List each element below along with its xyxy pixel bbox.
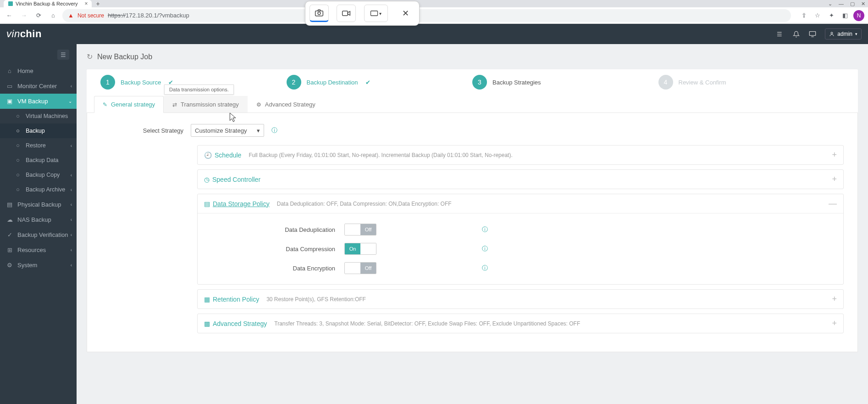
expand-icon[interactable]: +: [832, 174, 837, 184]
panel-title-text: Data Storage Policy: [213, 200, 270, 208]
info-icon[interactable]: ⓘ: [482, 264, 488, 272]
sidebar-item-label: Home: [17, 67, 33, 74]
address-bar[interactable]: ▲ Not secure https://172.18.20.1/?vmback…: [62, 9, 791, 22]
panel-schedule: 🕘Schedule Full Backup (Every Friday, 01:…: [197, 145, 844, 165]
back-button[interactable]: ←: [4, 10, 15, 21]
server-icon: ▤: [6, 201, 13, 208]
chevron-down-icon: ▾: [379, 11, 381, 16]
profile-avatar[interactable]: N: [853, 10, 864, 21]
step-review-confirm[interactable]: 4 Review & Confirm: [658, 75, 845, 90]
list-icon[interactable]: ☰: [775, 30, 784, 38]
sidebar-item-system[interactable]: ⚙ System ‹: [0, 258, 77, 273]
step-label: Backup Destination: [307, 79, 358, 86]
tab-label: General strategy: [111, 101, 155, 108]
expand-icon[interactable]: +: [832, 319, 837, 328]
sidebar-item-virtualmachines[interactable]: ○ Virtual Machines: [0, 109, 77, 123]
extensions-icon[interactable]: ✦: [826, 10, 837, 21]
dot-icon: ○: [15, 172, 21, 178]
sidebar-item-resources[interactable]: ⊞ Resources ‹: [0, 242, 77, 258]
user-menu[interactable]: admin ▾: [825, 28, 862, 39]
home-button[interactable]: ⌂: [48, 10, 59, 21]
sidebar-item-label: Virtual Machines: [26, 113, 68, 119]
close-icon[interactable]: ×: [85, 0, 88, 7]
sidebar-item-nasbackup[interactable]: ☁ NAS Backup ‹: [0, 212, 77, 227]
chevron-left-icon: ‹: [71, 217, 72, 222]
panel-header-speed[interactable]: ◷Speed Controller +: [198, 170, 843, 189]
bell-icon[interactable]: [792, 30, 800, 38]
tab-advanced-strategy[interactable]: ⚙ Advanced Strategy: [248, 96, 324, 112]
expand-icon[interactable]: +: [832, 150, 837, 160]
panel-storage-policy: ▤Data Storage Policy Data Deduplication:…: [197, 194, 844, 285]
info-icon[interactable]: ⓘ: [482, 245, 488, 253]
panel-subtitle: Transfer Threads: 3, Snapshot Mode: Seri…: [274, 320, 580, 327]
tab-general-strategy[interactable]: ✎ General strategy: [94, 96, 164, 113]
vinchin-logo[interactable]: vinchin: [6, 28, 42, 40]
sidebar-item-backuparchive[interactable]: ○ Backup Archive ‹: [0, 182, 77, 197]
close-window-icon[interactable]: ✕: [861, 1, 865, 7]
monitor-icon[interactable]: [808, 30, 817, 38]
close-capture-button[interactable]: ✕: [396, 5, 415, 22]
chevron-left-icon: ‹: [71, 143, 72, 148]
sidebar-item-backupcopy[interactable]: ○ Backup Copy ‹: [0, 168, 77, 182]
nas-icon: ☁: [6, 216, 13, 223]
maximize-icon[interactable]: ▢: [850, 1, 855, 7]
sidebar-item-backup[interactable]: ○ Backup: [0, 123, 77, 138]
expand-icon[interactable]: +: [832, 294, 837, 304]
sidepanel-icon[interactable]: ◧: [840, 10, 851, 21]
chevron-down-icon[interactable]: ⌄: [828, 1, 832, 7]
vm-icon: ▣: [6, 98, 13, 105]
svg-rect-3: [371, 11, 378, 16]
sidebar: ☰ ⌂ Home ▭ Monitor Center ‹ ▣ VM Backup …: [0, 44, 77, 404]
toggle-encryption[interactable]: Off: [344, 262, 376, 274]
refresh-icon[interactable]: ↻: [87, 52, 93, 61]
sidebar-toggle[interactable]: ☰: [57, 50, 69, 60]
step-label: Backup Strategies: [492, 79, 541, 86]
info-icon[interactable]: ⓘ: [271, 126, 277, 135]
sidebar-item-backupdata[interactable]: ○ Backup Data: [0, 153, 77, 168]
tab-transmission-strategy[interactable]: Data transmission options. ⇄ Transmissio…: [164, 96, 248, 112]
panel-header-retention[interactable]: ▦Retention Policy 30 Restore Point(s), G…: [198, 290, 843, 309]
step-number: 2: [287, 75, 301, 90]
sidebar-item-label: Backup Verification: [17, 231, 68, 238]
chevron-down-icon: ▾: [855, 32, 857, 36]
sidebar-item-verification[interactable]: ✓ Backup Verification ‹: [0, 227, 77, 242]
forward-button[interactable]: →: [18, 10, 29, 21]
info-icon[interactable]: ⓘ: [482, 225, 488, 234]
gear-icon: ⚙: [256, 101, 261, 108]
sidebar-item-label: Backup Data: [26, 157, 59, 163]
chevron-left-icon: ‹: [71, 173, 72, 178]
panel-header-schedule[interactable]: 🕘Schedule Full Backup (Every Friday, 01:…: [198, 146, 843, 164]
select-strategy-dropdown[interactable]: Customize Strategy ▾: [191, 124, 264, 137]
collapse-icon[interactable]: —: [829, 199, 837, 208]
toggle-deduplication[interactable]: Off: [344, 224, 376, 236]
reload-button[interactable]: ⟳: [33, 10, 44, 21]
dot-icon: ○: [15, 186, 21, 193]
sidebar-item-restore[interactable]: ○ Restore ‹: [0, 138, 77, 153]
step-backup-strategies[interactable]: 3 Backup Strategies: [472, 75, 658, 90]
chevron-left-icon: ‹: [71, 263, 72, 268]
toggle-compression[interactable]: On: [344, 243, 376, 255]
browser-tab-strip: Vinchin Backup & Recovery × +: [0, 0, 868, 7]
share-icon[interactable]: ⇪: [798, 10, 809, 21]
new-tab-button[interactable]: +: [96, 0, 100, 7]
sidebar-item-label: Backup: [26, 128, 45, 134]
panel-header-advanced[interactable]: ▩Advanced Strategy Transfer Threads: 3, …: [198, 314, 843, 333]
screenshot-button[interactable]: [310, 5, 329, 22]
dedup-label: Data Deduplication: [207, 226, 335, 233]
panel-subtitle: 30 Restore Point(s), GFS Retention:OFF: [266, 296, 366, 303]
panel-header-storage[interactable]: ▤Data Storage Policy Data Deduplication:…: [198, 194, 843, 213]
sidebar-item-label: Physical Backup: [17, 201, 61, 208]
sidebar-item-home[interactable]: ⌂ Home: [0, 63, 77, 79]
region-button[interactable]: ▾: [364, 5, 388, 22]
sidebar-item-vmbackup[interactable]: ▣ VM Backup ⌄: [0, 94, 77, 109]
sidebar-item-monitor[interactable]: ▭ Monitor Center ‹: [0, 79, 77, 94]
minimize-icon[interactable]: —: [839, 1, 844, 7]
step-backup-destination[interactable]: 2 Backup Destination ✔: [287, 75, 473, 90]
browser-tab[interactable]: Vinchin Backup & Recovery ×: [4, 0, 92, 7]
sidebar-item-physicalbackup[interactable]: ▤ Physical Backup ‹: [0, 197, 77, 212]
panel-advanced: ▩Advanced Strategy Transfer Threads: 3, …: [197, 314, 844, 333]
sidebar-item-label: VM Backup: [17, 98, 48, 105]
bookmark-icon[interactable]: ☆: [812, 10, 823, 21]
svg-point-5: [831, 32, 833, 34]
video-button[interactable]: [337, 5, 356, 22]
